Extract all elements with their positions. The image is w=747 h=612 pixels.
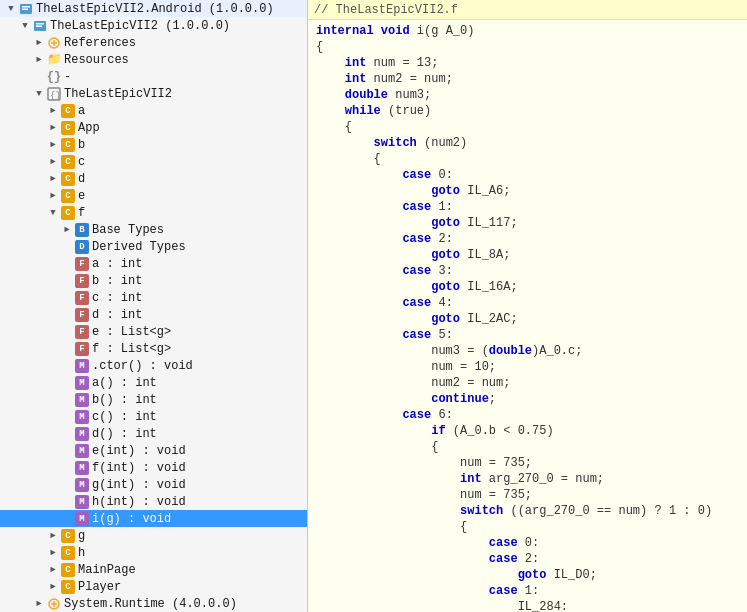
expand-icon[interactable]: ► xyxy=(46,172,60,186)
tree-item-ctor-void[interactable]: M.ctor() : void xyxy=(0,357,307,374)
expand-icon[interactable] xyxy=(60,444,74,458)
tree-item-d-class[interactable]: ►Cd xyxy=(0,170,307,187)
tree-item-mainpage-class[interactable]: ►CMainPage xyxy=(0,561,307,578)
tree-item-android[interactable]: ▼TheLastEpicVII2.Android (1.0.0.0) xyxy=(0,0,307,17)
tree-item-derived-types[interactable]: DDerived Types xyxy=(0,238,307,255)
tree-item-c-void[interactable]: Mc() : int xyxy=(0,408,307,425)
expand-icon[interactable] xyxy=(60,342,74,356)
expand-icon[interactable] xyxy=(60,427,74,441)
tree-item-c-class[interactable]: ►Cc xyxy=(0,153,307,170)
tree-item-g-class[interactable]: ►Cg xyxy=(0,527,307,544)
tree-item-c-int[interactable]: Fc : int xyxy=(0,289,307,306)
expand-icon[interactable]: ▼ xyxy=(18,19,32,33)
class-orange-icon: C xyxy=(60,103,76,119)
tree-item-label: g xyxy=(78,529,85,543)
tree-item-a-int[interactable]: Fa : int xyxy=(0,255,307,272)
expand-icon[interactable]: ► xyxy=(60,223,74,237)
expand-icon[interactable]: ► xyxy=(46,563,60,577)
tree-item-systemruntime[interactable]: ►System.Runtime (4.0.0.0) xyxy=(0,595,307,612)
expand-icon[interactable]: ▼ xyxy=(46,206,60,220)
code-token-plain: ((arg_270_0 == num) ? 1 : 0) xyxy=(503,504,712,518)
code-line: int arg_270_0 = num; xyxy=(308,472,747,488)
expand-icon[interactable] xyxy=(32,70,46,84)
expand-icon[interactable]: ► xyxy=(46,580,60,594)
expand-icon[interactable] xyxy=(60,512,74,526)
expand-icon[interactable]: ► xyxy=(46,546,60,560)
tree-item-f-void[interactable]: Mf(int) : void xyxy=(0,459,307,476)
expand-icon[interactable]: ► xyxy=(46,121,60,135)
class-orange-icon: C xyxy=(60,171,76,187)
expand-icon[interactable]: ► xyxy=(46,529,60,543)
code-line: case 5: xyxy=(308,328,747,344)
expand-icon[interactable] xyxy=(60,257,74,271)
expand-icon[interactable] xyxy=(60,274,74,288)
code-token-plain: 3: xyxy=(431,264,453,278)
expand-icon[interactable]: ► xyxy=(46,189,60,203)
tree-item-h-void[interactable]: Mh(int) : void xyxy=(0,493,307,510)
tree-item-d-void[interactable]: Md() : int xyxy=(0,425,307,442)
code-token-kw: goto xyxy=(431,216,460,230)
tree-item-a-void[interactable]: Ma() : int xyxy=(0,374,307,391)
tree-item-base-types[interactable]: ►BBase Types xyxy=(0,221,307,238)
code-token-plain xyxy=(316,552,489,566)
expand-icon[interactable] xyxy=(60,478,74,492)
code-token-plain: 0: xyxy=(431,168,453,182)
tree-item-b-int[interactable]: Fb : int xyxy=(0,272,307,289)
code-content[interactable]: internal void i(g A_0){ int num = 13; in… xyxy=(308,20,747,612)
code-line: num = 735; xyxy=(308,456,747,472)
expand-icon[interactable] xyxy=(60,410,74,424)
code-token-plain xyxy=(316,328,402,342)
class-orange-icon: C xyxy=(60,528,76,544)
code-line: case 1: xyxy=(308,584,747,600)
tree-item-f-list[interactable]: Ff : List<g> xyxy=(0,340,307,357)
code-line: continue; xyxy=(308,392,747,408)
expand-icon[interactable] xyxy=(60,495,74,509)
expand-icon[interactable] xyxy=(60,393,74,407)
expand-icon[interactable]: ▼ xyxy=(4,2,18,16)
expand-icon[interactable]: ▼ xyxy=(32,87,46,101)
tree-item-b-class[interactable]: ►Cb xyxy=(0,136,307,153)
tree-item-dash[interactable]: {}- xyxy=(0,68,307,85)
tree-item-app-class[interactable]: ►CApp xyxy=(0,119,307,136)
method-icon: M xyxy=(74,426,90,442)
tree-item-h-class[interactable]: ►Ch xyxy=(0,544,307,561)
tree-item-e-void[interactable]: Me(int) : void xyxy=(0,442,307,459)
code-token-plain xyxy=(316,56,345,70)
tree-item-player-class[interactable]: ►CPlayer xyxy=(0,578,307,595)
code-token-plain: IL_A6; xyxy=(460,184,510,198)
tree-item-epicvii2[interactable]: ▼TheLastEpicVII2 (1.0.0.0) xyxy=(0,17,307,34)
tree-item-ig-void[interactable]: Mi(g) : void xyxy=(0,510,307,527)
tree-item-e-list[interactable]: Fe : List<g> xyxy=(0,323,307,340)
expand-icon[interactable] xyxy=(60,376,74,390)
expand-icon[interactable] xyxy=(60,325,74,339)
tree-item-a-class[interactable]: ►Ca xyxy=(0,102,307,119)
code-line: num3 = (double)A_0.c; xyxy=(308,344,747,360)
expand-icon[interactable]: ► xyxy=(32,36,46,50)
code-token-kw: goto xyxy=(431,184,460,198)
code-line: { xyxy=(308,40,747,56)
expand-icon[interactable]: ► xyxy=(46,155,60,169)
expand-icon[interactable]: ► xyxy=(46,104,60,118)
code-token-plain xyxy=(316,392,431,406)
expand-icon[interactable] xyxy=(60,308,74,322)
expand-icon[interactable]: ► xyxy=(32,597,46,611)
expand-icon[interactable] xyxy=(60,240,74,254)
code-line: if (A_0.b < 0.75) xyxy=(308,424,747,440)
code-token-plain: IL_117; xyxy=(460,216,518,230)
code-token-kw: case xyxy=(402,168,431,182)
code-token-plain: num = 13; xyxy=(366,56,438,70)
tree-item-resources[interactable]: ►📁Resources xyxy=(0,51,307,68)
expand-icon[interactable]: ► xyxy=(46,138,60,152)
tree-item-e-class[interactable]: ►Ce xyxy=(0,187,307,204)
expand-icon[interactable]: ► xyxy=(32,53,46,67)
expand-icon[interactable] xyxy=(60,359,74,373)
tree-item-b-void[interactable]: Mb() : int xyxy=(0,391,307,408)
tree-item-g-void[interactable]: Mg(int) : void xyxy=(0,476,307,493)
tree-item-thelastepio[interactable]: ▼{}TheLastEpicVII2 xyxy=(0,85,307,102)
tree-item-references[interactable]: ►References xyxy=(0,34,307,51)
expand-icon[interactable] xyxy=(60,461,74,475)
expand-icon[interactable] xyxy=(60,291,74,305)
tree-item-label: f(int) : void xyxy=(92,461,186,475)
tree-item-f-class[interactable]: ▼Cf xyxy=(0,204,307,221)
tree-item-d-int[interactable]: Fd : int xyxy=(0,306,307,323)
